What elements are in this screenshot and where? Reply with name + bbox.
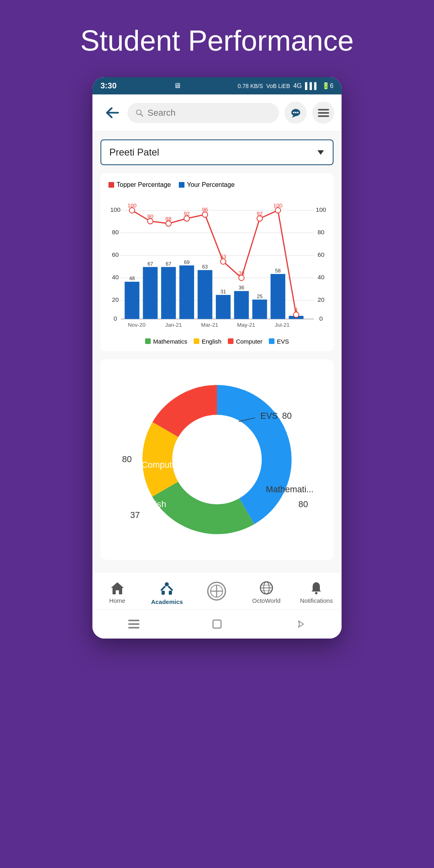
- bell-icon: [309, 581, 323, 595]
- svg-text:40: 40: [112, 274, 119, 280]
- chart-legend-bottom: Mathematics English Computer EVS: [104, 338, 330, 345]
- topper-legend: Topper Percentage: [108, 181, 171, 188]
- page-title: Student Performance: [0, 0, 434, 77]
- svg-text:80: 80: [112, 229, 119, 235]
- english-legend-label: English: [202, 338, 221, 345]
- svg-text:English: English: [138, 499, 166, 509]
- svg-text:May-21: May-21: [237, 322, 255, 328]
- network-type: 4G: [293, 82, 302, 90]
- sys-square-icon: [211, 618, 223, 630]
- svg-rect-38: [179, 266, 194, 319]
- svg-text:Jan-21: Jan-21: [165, 322, 182, 328]
- svg-point-94: [165, 582, 169, 586]
- nav-octoworld[interactable]: OctoWorld: [250, 581, 283, 604]
- svg-text:20: 20: [317, 296, 324, 303]
- student-name: Preeti Patel: [109, 147, 159, 158]
- svg-point-4: [293, 112, 295, 113]
- computer-legend-label: Computer: [236, 338, 262, 345]
- menu-button[interactable]: [312, 102, 334, 124]
- nav-home-label: Home: [109, 597, 125, 604]
- svg-text:0: 0: [114, 315, 117, 322]
- nav-notifications[interactable]: Notifications: [300, 581, 333, 604]
- back-button[interactable]: [100, 102, 122, 124]
- sys-home-button[interactable]: [209, 616, 225, 632]
- evs-legend-label: EVS: [277, 338, 289, 345]
- chat-button[interactable]: [285, 102, 307, 124]
- english-legend-color: [194, 338, 199, 344]
- network-speed: 0.78 KB/S: [238, 83, 263, 89]
- svg-rect-32: [125, 282, 139, 319]
- svg-text:63: 63: [202, 264, 208, 270]
- svg-text:80: 80: [317, 229, 324, 235]
- svg-text:48: 48: [129, 276, 135, 281]
- svg-rect-44: [234, 291, 249, 319]
- search-input[interactable]: [147, 108, 271, 118]
- svg-marker-10: [317, 150, 324, 155]
- svg-rect-109: [128, 627, 139, 628]
- svg-marker-91: [111, 582, 124, 594]
- nav-center[interactable]: [201, 581, 233, 603]
- search-icon: [135, 108, 143, 117]
- svg-text:58: 58: [275, 268, 281, 274]
- svg-rect-7: [318, 109, 329, 111]
- sys-menu-icon: [128, 620, 139, 628]
- svg-point-6: [297, 112, 299, 113]
- svg-text:EVS: EVS: [260, 411, 278, 421]
- time: 3:30: [100, 81, 117, 90]
- svg-text:Jul-21: Jul-21: [275, 322, 290, 328]
- bottom-nav: Home Academics: [92, 572, 342, 609]
- status-right: 0.78 KB/S VoB LiEB 4G ▌▌▌ 🔋6: [238, 82, 334, 90]
- svg-rect-48: [270, 274, 285, 319]
- back-arrow-icon: [103, 106, 119, 120]
- battery-icon: 🔋6: [322, 82, 334, 90]
- svg-rect-11: [108, 182, 114, 188]
- svg-text:Compute...: Compute...: [141, 459, 184, 469]
- svg-rect-108: [128, 623, 139, 625]
- sys-back-button[interactable]: [292, 616, 308, 632]
- svg-text:100: 100: [110, 206, 121, 213]
- svg-rect-34: [143, 267, 158, 319]
- svg-rect-93: [168, 585, 173, 591]
- english-legend: English: [194, 338, 221, 345]
- svg-text:96: 96: [202, 207, 208, 213]
- screen-icon: 🖥: [174, 82, 181, 90]
- svg-text:40: 40: [317, 274, 324, 280]
- bar-chart-container: Topper Percentage Your Percentage 100 80…: [100, 173, 334, 351]
- evs-legend-color: [269, 338, 274, 344]
- nav-academics[interactable]: Academics: [151, 579, 183, 605]
- status-bar: 3:30 🖥 0.78 KB/S VoB LiEB 4G ▌▌▌ 🔋6: [92, 77, 342, 94]
- svg-text:60: 60: [317, 251, 324, 258]
- svg-text:69: 69: [184, 260, 190, 265]
- svg-rect-42: [216, 295, 231, 319]
- svg-text:36: 36: [239, 285, 244, 291]
- svg-point-5: [295, 112, 297, 113]
- svg-rect-8: [318, 112, 329, 114]
- nav-notifications-label: Notifications: [300, 597, 333, 604]
- student-dropdown[interactable]: Preeti Patel: [100, 139, 334, 165]
- svg-rect-96: [169, 591, 172, 595]
- math-legend: Mathematics: [145, 338, 187, 345]
- svg-point-81: [174, 416, 260, 503]
- topper-legend-icon: [108, 182, 114, 188]
- svg-text:20: 20: [112, 296, 119, 303]
- signal-bars-icon: ▌▌▌: [305, 82, 319, 90]
- voip-label: VoB LiEB: [266, 83, 290, 89]
- svg-text:53: 53: [220, 254, 226, 260]
- svg-text:100: 100: [273, 203, 283, 209]
- nav-home[interactable]: Home: [101, 581, 133, 604]
- svg-rect-9: [318, 115, 329, 117]
- svg-text:38: 38: [238, 270, 244, 276]
- svg-text:25: 25: [257, 294, 262, 299]
- home-icon: [110, 581, 125, 595]
- hamburger-icon: [318, 109, 329, 117]
- svg-line-1: [141, 114, 143, 116]
- sys-back-icon: [295, 619, 305, 629]
- sys-menu-button[interactable]: [126, 616, 142, 632]
- search-bar[interactable]: [127, 103, 279, 123]
- yours-legend-icon: [179, 182, 184, 188]
- svg-text:92: 92: [257, 211, 263, 217]
- svg-text:Mar-21: Mar-21: [201, 322, 218, 328]
- svg-text:88: 88: [166, 216, 172, 222]
- math-legend-label: Mathematics: [153, 338, 187, 345]
- yours-legend-label: Your Percentage: [187, 181, 235, 188]
